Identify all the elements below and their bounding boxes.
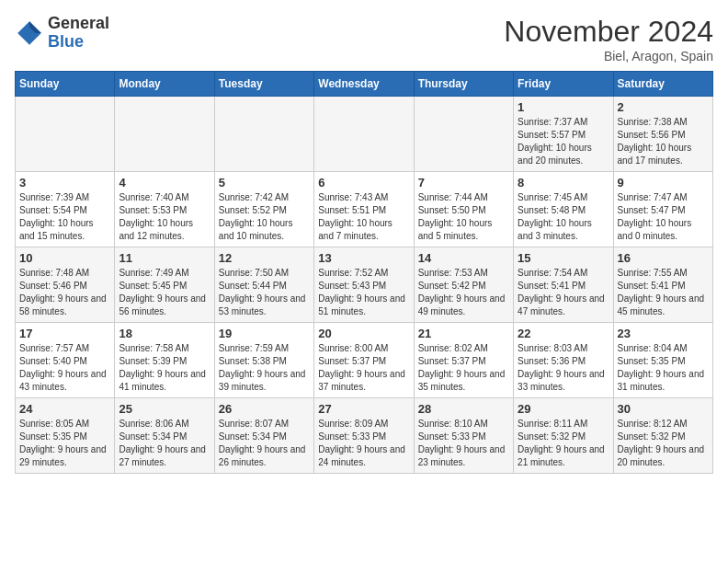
day-number: 30 (618, 402, 709, 416)
day-number: 13 (318, 251, 409, 265)
calendar-cell: 1Sunrise: 7:37 AM Sunset: 5:57 PM Daylig… (514, 97, 613, 172)
month-title: November 2024 (504, 15, 713, 49)
calendar-cell (16, 97, 115, 172)
logo: General Blue (15, 15, 109, 52)
calendar-cell: 2Sunrise: 7:38 AM Sunset: 5:56 PM Daylig… (613, 97, 712, 172)
day-number: 2 (618, 100, 709, 114)
calendar-cell: 3Sunrise: 7:39 AM Sunset: 5:54 PM Daylig… (16, 172, 115, 247)
day-info: Sunrise: 8:03 AM Sunset: 5:36 PM Dayligh… (518, 342, 609, 394)
day-info: Sunrise: 7:55 AM Sunset: 5:41 PM Dayligh… (618, 267, 709, 318)
calendar-week-row: 10Sunrise: 7:48 AM Sunset: 5:46 PM Dayli… (16, 247, 713, 323)
day-number: 25 (119, 402, 210, 416)
day-number: 1 (518, 100, 609, 114)
calendar-cell: 6Sunrise: 7:43 AM Sunset: 5:51 PM Daylig… (314, 172, 414, 247)
day-info: Sunrise: 7:47 AM Sunset: 5:47 PM Dayligh… (618, 191, 709, 243)
calendar-cell: 26Sunrise: 8:07 AM Sunset: 5:34 PM Dayli… (214, 398, 313, 474)
day-number: 14 (418, 251, 509, 265)
day-number: 22 (518, 327, 609, 340)
calendar-cell: 23Sunrise: 8:04 AM Sunset: 5:35 PM Dayli… (613, 323, 712, 398)
day-info: Sunrise: 8:02 AM Sunset: 5:37 PM Dayligh… (418, 342, 509, 394)
calendar-cell: 17Sunrise: 7:57 AM Sunset: 5:40 PM Dayli… (16, 323, 115, 398)
location: Biel, Aragon, Spain (504, 49, 713, 63)
calendar-cell (115, 97, 214, 172)
day-of-week-header: Saturday (613, 72, 712, 97)
calendar-cell (214, 97, 313, 172)
calendar-cell: 13Sunrise: 7:52 AM Sunset: 5:43 PM Dayli… (314, 247, 414, 323)
day-number: 4 (119, 176, 210, 190)
day-number: 21 (418, 327, 509, 340)
day-number: 5 (219, 176, 310, 190)
day-of-week-header: Monday (115, 72, 214, 97)
page-header: General Blue November 2024 Biel, Aragon,… (15, 15, 713, 63)
day-info: Sunrise: 7:53 AM Sunset: 5:42 PM Dayligh… (418, 267, 509, 318)
day-number: 11 (119, 251, 210, 265)
calendar-cell: 21Sunrise: 8:02 AM Sunset: 5:37 PM Dayli… (414, 323, 513, 398)
day-number: 6 (318, 176, 409, 190)
day-info: Sunrise: 7:38 AM Sunset: 5:56 PM Dayligh… (618, 116, 709, 167)
day-info: Sunrise: 8:12 AM Sunset: 5:32 PM Dayligh… (618, 418, 709, 469)
day-info: Sunrise: 7:45 AM Sunset: 5:48 PM Dayligh… (518, 191, 609, 243)
day-info: Sunrise: 7:48 AM Sunset: 5:46 PM Dayligh… (19, 267, 110, 318)
day-number: 17 (19, 327, 110, 340)
calendar-cell: 14Sunrise: 7:53 AM Sunset: 5:42 PM Dayli… (414, 247, 513, 323)
day-number: 10 (19, 251, 110, 265)
calendar-week-row: 24Sunrise: 8:05 AM Sunset: 5:35 PM Dayli… (16, 398, 713, 474)
day-number: 9 (618, 176, 709, 190)
day-number: 18 (119, 327, 210, 340)
day-of-week-header: Tuesday (214, 72, 313, 97)
day-info: Sunrise: 8:11 AM Sunset: 5:32 PM Dayligh… (518, 418, 609, 469)
calendar-cell: 7Sunrise: 7:44 AM Sunset: 5:50 PM Daylig… (414, 172, 513, 247)
calendar-cell: 24Sunrise: 8:05 AM Sunset: 5:35 PM Dayli… (16, 398, 115, 474)
day-info: Sunrise: 7:49 AM Sunset: 5:45 PM Dayligh… (119, 267, 210, 318)
day-info: Sunrise: 8:10 AM Sunset: 5:33 PM Dayligh… (418, 418, 509, 469)
day-info: Sunrise: 7:40 AM Sunset: 5:53 PM Dayligh… (119, 191, 210, 243)
day-number: 12 (219, 251, 310, 265)
day-number: 28 (418, 402, 509, 416)
calendar-cell (314, 97, 414, 172)
day-number: 23 (618, 327, 709, 340)
calendar-cell: 29Sunrise: 8:11 AM Sunset: 5:32 PM Dayli… (514, 398, 613, 474)
day-number: 20 (318, 327, 409, 340)
calendar-cell: 18Sunrise: 7:58 AM Sunset: 5:39 PM Dayli… (115, 323, 214, 398)
calendar-cell: 16Sunrise: 7:55 AM Sunset: 5:41 PM Dayli… (613, 247, 712, 323)
day-info: Sunrise: 7:42 AM Sunset: 5:52 PM Dayligh… (219, 191, 310, 243)
day-number: 24 (19, 402, 110, 416)
calendar-header-row: SundayMondayTuesdayWednesdayThursdayFrid… (16, 72, 713, 97)
calendar-cell: 27Sunrise: 8:09 AM Sunset: 5:33 PM Dayli… (314, 398, 414, 474)
calendar-cell: 10Sunrise: 7:48 AM Sunset: 5:46 PM Dayli… (16, 247, 115, 323)
calendar-table: SundayMondayTuesdayWednesdayThursdayFrid… (15, 71, 713, 474)
calendar-cell: 22Sunrise: 8:03 AM Sunset: 5:36 PM Dayli… (514, 323, 613, 398)
day-info: Sunrise: 8:07 AM Sunset: 5:34 PM Dayligh… (219, 418, 310, 469)
day-of-week-header: Thursday (414, 72, 513, 97)
day-info: Sunrise: 7:37 AM Sunset: 5:57 PM Dayligh… (518, 116, 609, 167)
day-info: Sunrise: 8:00 AM Sunset: 5:37 PM Dayligh… (318, 342, 409, 394)
day-of-week-header: Wednesday (314, 72, 414, 97)
calendar-cell: 19Sunrise: 7:59 AM Sunset: 5:38 PM Dayli… (214, 323, 313, 398)
calendar-cell: 15Sunrise: 7:54 AM Sunset: 5:41 PM Dayli… (514, 247, 613, 323)
day-info: Sunrise: 8:04 AM Sunset: 5:35 PM Dayligh… (618, 342, 709, 394)
logo-general: General (48, 14, 109, 32)
day-number: 8 (518, 176, 609, 190)
calendar-cell: 25Sunrise: 8:06 AM Sunset: 5:34 PM Dayli… (115, 398, 214, 474)
calendar-cell (414, 97, 513, 172)
day-number: 7 (418, 176, 509, 190)
day-info: Sunrise: 7:44 AM Sunset: 5:50 PM Dayligh… (418, 191, 509, 243)
calendar-cell: 20Sunrise: 8:00 AM Sunset: 5:37 PM Dayli… (314, 323, 414, 398)
day-info: Sunrise: 7:52 AM Sunset: 5:43 PM Dayligh… (318, 267, 409, 318)
day-number: 29 (518, 402, 609, 416)
calendar-cell: 11Sunrise: 7:49 AM Sunset: 5:45 PM Dayli… (115, 247, 214, 323)
calendar-cell: 9Sunrise: 7:47 AM Sunset: 5:47 PM Daylig… (613, 172, 712, 247)
logo-blue: Blue (48, 32, 84, 51)
calendar-cell: 8Sunrise: 7:45 AM Sunset: 5:48 PM Daylig… (514, 172, 613, 247)
day-number: 3 (19, 176, 110, 190)
day-info: Sunrise: 7:58 AM Sunset: 5:39 PM Dayligh… (119, 342, 210, 394)
calendar-cell: 12Sunrise: 7:50 AM Sunset: 5:44 PM Dayli… (214, 247, 313, 323)
day-number: 15 (518, 251, 609, 265)
day-info: Sunrise: 8:05 AM Sunset: 5:35 PM Dayligh… (19, 418, 110, 469)
calendar-cell: 5Sunrise: 7:42 AM Sunset: 5:52 PM Daylig… (214, 172, 313, 247)
day-number: 26 (219, 402, 310, 416)
day-info: Sunrise: 7:54 AM Sunset: 5:41 PM Dayligh… (518, 267, 609, 318)
day-info: Sunrise: 7:59 AM Sunset: 5:38 PM Dayligh… (219, 342, 310, 394)
day-number: 27 (318, 402, 409, 416)
day-info: Sunrise: 7:50 AM Sunset: 5:44 PM Dayligh… (219, 267, 310, 318)
